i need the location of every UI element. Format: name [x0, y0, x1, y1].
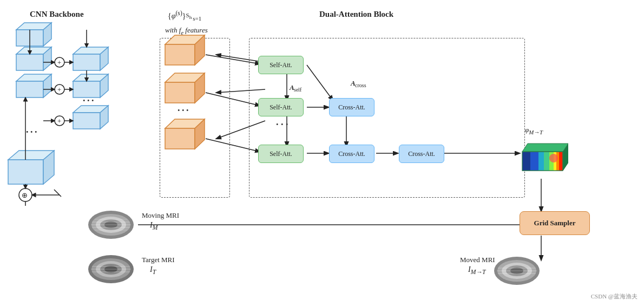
- svg-rect-1: [16, 30, 43, 46]
- feature-set-label: {φ(s)}Shs=1: [168, 10, 201, 21]
- cnn-cubes-svg: φ(1) φ(2) φ(Sh) · · · · · · + + +: [0, 0, 141, 206]
- moving-mri-label: Moving MRI: [142, 211, 179, 220]
- svg-text:·: ·: [83, 95, 86, 106]
- svg-rect-7: [16, 81, 43, 97]
- svg-text:⊕: ⊕: [22, 191, 28, 199]
- svg-marker-15: [73, 47, 108, 54]
- svg-point-46: [19, 188, 32, 201]
- diagram-container: CNN Backbone {φ(s)}Shs=1 with fe feature…: [0, 0, 644, 306]
- svg-rect-19: [73, 81, 100, 97]
- moving-mri-image: [87, 209, 135, 243]
- grid-sampler-box: Grid Sampler: [520, 211, 590, 235]
- svg-line-51: [54, 190, 61, 197]
- svg-marker-2: [43, 23, 51, 46]
- svg-rect-94: [559, 152, 563, 171]
- svg-rect-91: [549, 152, 554, 171]
- svg-point-30: [55, 57, 64, 67]
- svg-marker-18: [73, 74, 108, 81]
- target-mri-image: [87, 253, 135, 288]
- self-att-2: Self-Att.: [258, 98, 304, 116]
- svg-rect-4: [16, 54, 43, 70]
- svg-marker-96: [563, 144, 568, 171]
- svg-rect-86: [522, 152, 563, 171]
- svg-marker-20: [100, 74, 108, 97]
- target-mri-label: Target MRI: [142, 256, 175, 264]
- svg-text:·: ·: [30, 127, 33, 138]
- cross-att-2: Cross-Att.: [329, 145, 374, 163]
- svg-marker-9: [8, 151, 54, 160]
- im-label: IM: [150, 221, 157, 231]
- imt-label: IM→T: [468, 265, 486, 276]
- cross-att-3: Cross-Att.: [399, 145, 444, 163]
- svg-rect-92: [554, 152, 556, 171]
- svg-marker-11: [43, 151, 54, 184]
- svg-marker-17: [100, 47, 108, 70]
- self-att-dots: · · ·: [276, 119, 288, 131]
- svg-rect-90: [544, 152, 549, 171]
- cnn-backbone-label: CNN Backbone: [30, 10, 84, 19]
- svg-point-95: [549, 154, 558, 162]
- cross-att-1: Cross-Att.: [329, 98, 374, 116]
- svg-text:+: +: [57, 117, 61, 125]
- svg-marker-21: [73, 106, 108, 113]
- watermark: CSDN @蓝海渔夫: [591, 292, 638, 301]
- svg-rect-22: [73, 113, 100, 129]
- svg-marker-97: [522, 144, 568, 152]
- svg-text:+: +: [57, 86, 61, 94]
- svg-marker-3: [16, 47, 51, 54]
- self-att-3: Self-Att.: [258, 145, 304, 163]
- svg-text:·: ·: [91, 95, 94, 106]
- svg-point-34: [55, 116, 64, 126]
- svg-marker-6: [16, 74, 51, 81]
- phi-mt-label: φM→T: [525, 126, 543, 135]
- svg-marker-23: [100, 106, 108, 129]
- feature-dashed-rect: [160, 38, 230, 198]
- with-fe-label: with fe features: [165, 26, 208, 36]
- svg-rect-88: [530, 152, 538, 171]
- svg-point-32: [55, 84, 64, 94]
- svg-rect-98: [522, 152, 563, 171]
- it-label: IT: [150, 265, 156, 276]
- svg-text:·: ·: [35, 127, 37, 138]
- dual-attention-label: Dual-Attention Block: [319, 10, 393, 19]
- svg-rect-16: [73, 54, 100, 70]
- svg-marker-8: [43, 74, 51, 97]
- svg-rect-10: [8, 160, 43, 184]
- svg-marker-85: [522, 162, 568, 171]
- moved-mri-image: [492, 255, 541, 289]
- svg-marker-0: [16, 23, 51, 30]
- svg-text:φ(2): φ(2): [84, 83, 95, 93]
- svg-text:φ(1): φ(1): [84, 56, 95, 66]
- svg-text:φ(Sh): φ(Sh): [80, 116, 93, 126]
- svg-marker-5: [43, 47, 51, 70]
- svg-text:·: ·: [26, 127, 29, 138]
- svg-rect-93: [556, 152, 559, 171]
- svg-text:·: ·: [87, 95, 90, 106]
- svg-rect-89: [538, 152, 544, 171]
- svg-text:+: +: [57, 58, 61, 67]
- self-att-1: Self-Att.: [258, 56, 304, 74]
- moved-mri-label: Moved MRI: [460, 256, 495, 264]
